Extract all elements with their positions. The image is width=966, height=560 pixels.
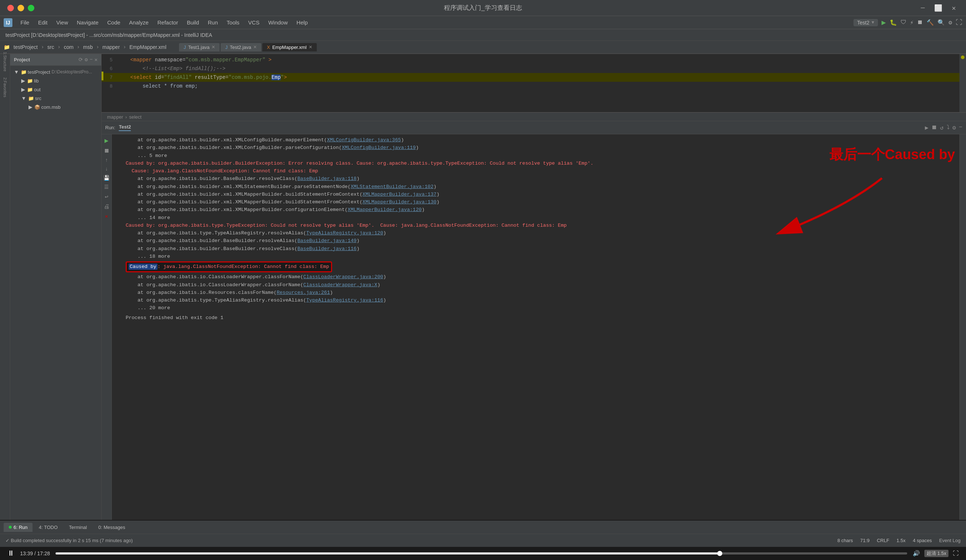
maximize-button[interactable]	[28, 5, 34, 11]
breadcrumb-com[interactable]: com	[64, 44, 74, 50]
tree-src[interactable]: ▼ 📁 src	[10, 94, 101, 103]
build-button[interactable]: 🔨	[927, 19, 934, 26]
run-sidebar-error[interactable]: ✕	[105, 213, 108, 219]
tab-empmapper-close[interactable]: ✕	[309, 44, 312, 50]
quality-badge[interactable]: 超清 1.5x	[924, 550, 948, 557]
run-config-selector[interactable]: Test2 ▼	[853, 19, 878, 26]
menu-tools[interactable]: Tools	[223, 18, 243, 27]
run-settings-icon[interactable]: ⚙	[953, 124, 956, 131]
fullscreen-video-icon[interactable]: ⛶	[953, 550, 959, 557]
run-scroll-icon[interactable]: ⤵	[946, 124, 950, 131]
menu-refactor[interactable]: Refactor	[154, 18, 182, 27]
settings-icon[interactable]: ⚙	[85, 57, 88, 63]
favorites-icon[interactable]: 2:Favorites	[1, 83, 9, 91]
video-play-button[interactable]: ⏸	[7, 549, 15, 558]
link-xmlmapperbuilder-137[interactable]: XMLMapperBuilder.java:137	[362, 192, 437, 197]
menu-build[interactable]: Build	[183, 18, 202, 27]
win-close-icon[interactable]: ✕	[949, 3, 959, 13]
sync-icon[interactable]: ⟳	[79, 57, 83, 63]
run-sidebar-filter[interactable]: ☰	[104, 184, 109, 190]
link-basebuilder-149[interactable]: BaseBuilder.java:149	[297, 238, 356, 244]
run-sidebar-wrap[interactable]: ↩	[105, 193, 108, 200]
minimize-button[interactable]	[18, 5, 24, 11]
link-basebuilder-116[interactable]: BaseBuilder.java:116	[297, 246, 356, 252]
volume-icon[interactable]: 🔊	[913, 550, 920, 557]
progress-handle[interactable]	[717, 551, 722, 556]
link-typealiasregistry-116[interactable]: TypeAliasRegistry.java:116	[306, 298, 383, 303]
debug-button[interactable]: 🐛	[890, 19, 897, 26]
search-everywhere[interactable]: 🔍	[938, 19, 945, 26]
menu-code[interactable]: Code	[104, 18, 124, 27]
tree-out[interactable]: ▶ 📁 out	[10, 85, 101, 94]
link-typealiasregistry-120[interactable]: TypeAliasRegistry.java:120	[306, 230, 383, 236]
structure-icon[interactable]: 1:Structure	[1, 58, 9, 66]
run-hide-icon[interactable]: −	[959, 124, 962, 131]
breadcrumb-msb[interactable]: msb	[83, 44, 92, 50]
win-restore-icon[interactable]: ⬜	[931, 3, 945, 13]
profiler-button[interactable]: ⚡	[910, 19, 914, 26]
tab-test2[interactable]: J Test2.java ✕	[221, 43, 261, 51]
run-sidebar-up[interactable]: ↑	[105, 157, 108, 163]
line-ending[interactable]: CRLF	[877, 538, 889, 543]
output-line-15: ... 18 more	[126, 253, 956, 260]
menu-analyze[interactable]: Analyze	[125, 18, 152, 27]
zoom-level[interactable]: 1.5x	[897, 538, 906, 543]
link-xmlmapperbuilder-120[interactable]: XMLMapperBuilder.java:120	[348, 207, 422, 213]
menu-vcs[interactable]: VCS	[245, 18, 263, 27]
link-basebuilder-118[interactable]: BaseBuilder.java:118	[297, 176, 356, 182]
run-button[interactable]: ▶	[882, 18, 886, 27]
link-classloaderwrapper-x[interactable]: ClassLoaderWrapper.java:X	[303, 282, 378, 288]
link-resources-261[interactable]: Resources.java:261	[276, 290, 330, 295]
run-play-icon[interactable]: ▶	[925, 124, 928, 131]
tree-com-msb[interactable]: ▶ 📦 com.msb	[10, 103, 101, 111]
fullscreen-button[interactable]: ⛶	[956, 19, 962, 26]
bottom-tab-messages[interactable]: 0: Messages	[93, 523, 130, 532]
menu-window[interactable]: Window	[264, 18, 291, 27]
menu-edit[interactable]: Edit	[34, 18, 51, 27]
link-classloaderwrapper-200[interactable]: ClassLoaderWrapper.java:200	[303, 274, 383, 280]
link-xmlconfigbuilder-365[interactable]: XMLConfigBuilder.java:365	[327, 137, 401, 143]
indentation[interactable]: 4 spaces	[913, 538, 932, 543]
tab-empmapper[interactable]: X EmpMapper.xml ✕	[262, 43, 317, 51]
event-log[interactable]: Event Log	[939, 538, 961, 543]
link-xmlstatementbuilder-102[interactable]: XMLStatementBuilder.java:102	[351, 184, 434, 190]
run-sidebar-play[interactable]: ▶	[105, 136, 108, 144]
coverage-button[interactable]: 🛡	[900, 19, 907, 26]
settings-button[interactable]: ⚙	[948, 19, 952, 26]
tree-testproject[interactable]: ▼ 📁 testProject D:\Desktop\testPro...	[10, 67, 101, 76]
video-progress-bar[interactable]	[56, 552, 907, 555]
tab-test1-close[interactable]: ✕	[212, 44, 215, 50]
run-rerun-icon[interactable]: ↺	[940, 124, 944, 131]
bottom-tab-run[interactable]: 6: Run	[4, 523, 33, 532]
tab-test2-close[interactable]: ✕	[253, 44, 257, 50]
run-sidebar-stop[interactable]: ⏹	[104, 147, 110, 154]
xml-file-icon: X	[267, 44, 270, 50]
breadcrumb-mapper[interactable]: mapper	[102, 44, 120, 50]
run-sidebar-down[interactable]: ↓	[105, 166, 108, 172]
bottom-tab-todo[interactable]: 4: TODO	[34, 523, 63, 532]
collapse-icon[interactable]: −	[90, 57, 92, 63]
link-xmlconfigbuilder-119[interactable]: XMLConfigBuilder.java:119	[342, 145, 416, 151]
menu-help[interactable]: Help	[293, 18, 312, 27]
bottom-tab-todo-label: 4: TODO	[39, 525, 58, 530]
menu-navigate[interactable]: Navigate	[73, 18, 102, 27]
bottom-tab-terminal[interactable]: Terminal	[64, 523, 92, 532]
tab-test1[interactable]: J Test1.java ✕	[179, 43, 220, 51]
window-title: 程序调试入门_学习查看日志	[444, 4, 522, 12]
run-sidebar-dump[interactable]: 💾	[104, 175, 110, 181]
breadcrumb-project[interactable]: testProject	[13, 44, 38, 50]
menu-view[interactable]: View	[53, 18, 72, 27]
link-xmlmapperbuilder-130[interactable]: XMLMapperBuilder.java:130	[362, 199, 437, 205]
breadcrumb-file[interactable]: EmpMapper.xml	[129, 44, 166, 50]
tree-lib[interactable]: ▶ 📁 lib	[10, 76, 101, 85]
menu-run[interactable]: Run	[204, 18, 222, 27]
stop-button[interactable]: ⏹	[917, 19, 923, 26]
run-sidebar-print[interactable]: 🖨	[104, 203, 110, 210]
menu-file[interactable]: File	[17, 18, 33, 27]
win-minimize-icon[interactable]: —	[918, 3, 928, 13]
hide-icon[interactable]: ✕	[95, 57, 97, 63]
close-button[interactable]	[7, 5, 14, 11]
run-tab-name[interactable]: Test2	[119, 124, 131, 131]
breadcrumb-src[interactable]: src	[48, 44, 54, 50]
run-stop-icon[interactable]: ⏹	[931, 124, 937, 131]
